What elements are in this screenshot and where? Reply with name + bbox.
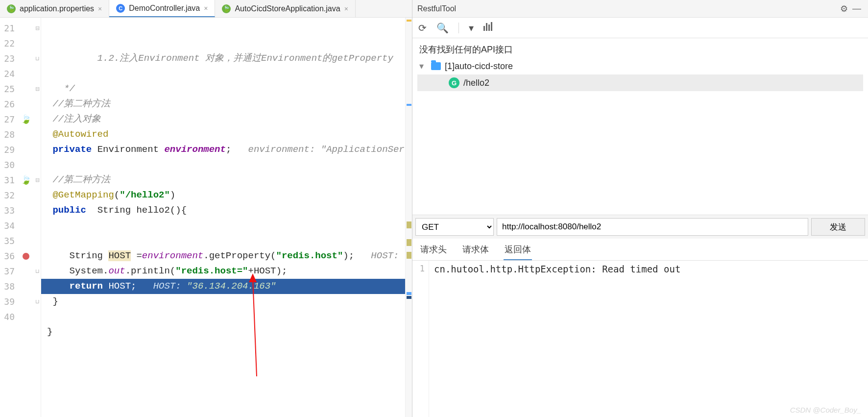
code-line[interactable]: System.out.println("redis.host="+HOST); [47, 264, 412, 279]
fold-handle [34, 279, 41, 294]
line-number-gutter: 2122232425262728293031323334353637383940 [0, 18, 18, 417]
fold-handle[interactable]: ⊟ [34, 172, 41, 188]
breakpoint-icon[interactable] [18, 248, 34, 264]
spring-icon[interactable]: 🍃 [18, 112, 34, 127]
tree-label: /hello2 [463, 78, 489, 88]
gear-icon[interactable]: ⚙ [838, 3, 850, 14]
code-line[interactable] [47, 340, 412, 355]
svg-rect-2 [483, 26, 485, 31]
svg-rect-5 [491, 22, 492, 31]
editor-pane: 🍃application.properties×CDemoController.… [0, 0, 412, 417]
fold-handle [34, 309, 41, 324]
fold-handle [34, 218, 41, 233]
code-line[interactable]: 1.2.注入Environment 对象，并通过Environment的getP… [47, 51, 412, 66]
code-line[interactable]: //注入对象 [47, 112, 412, 127]
fold-handle [34, 203, 41, 218]
chevron-down-icon[interactable]: ▾ [419, 61, 427, 72]
restful-tool-pane: RestfulTool ⚙ — ⟳ 🔍 ▾ 没有找到任何的API接口 ▾[1]a… [412, 0, 868, 417]
code-line[interactable]: */ [47, 81, 412, 97]
url-input[interactable] [497, 218, 808, 236]
code-line[interactable]: } [47, 294, 412, 309]
http-method-badge: G [449, 77, 459, 88]
code-line[interactable]: @GetMapping("/hello2") [47, 188, 412, 203]
api-tree: 没有找到任何的API接口 ▾[1]auto-cicd-storeG/hello2 [412, 38, 868, 215]
code-line[interactable]: } [47, 324, 412, 340]
tree-empty-msg: 没有找到任何的API接口 [417, 41, 863, 58]
svg-rect-3 [486, 23, 487, 31]
fold-handle [34, 248, 41, 264]
separator [458, 23, 459, 33]
tree-folder-row[interactable]: ▾[1]auto-cicd-store [417, 58, 863, 74]
send-button[interactable]: 发送 [811, 218, 865, 236]
icon-gutter: 🍃🍃 [18, 18, 34, 417]
file-type-icon: 🍃 [7, 4, 16, 13]
editor-body: 2122232425262728293031323334353637383940… [0, 18, 412, 417]
close-icon[interactable]: × [204, 4, 208, 12]
spring-run-icon[interactable]: 🍃 [18, 172, 34, 188]
fold-handle[interactable]: ⊟ [34, 21, 41, 36]
fold-handle [34, 36, 41, 51]
code-line[interactable]: @Autowired [47, 127, 412, 142]
code-line[interactable] [47, 218, 412, 233]
fold-handle [34, 112, 41, 127]
fold-gutter: ⊟⊔⊟⊟⊔⊔ [34, 18, 41, 417]
code-line[interactable]: return HOST; HOST: "36.134.204.163" [41, 279, 412, 294]
minimize-icon[interactable]: — [850, 3, 863, 14]
folder-icon [431, 62, 441, 70]
fold-handle [34, 157, 41, 172]
fold-handle[interactable]: ⊔ [34, 264, 41, 279]
fold-handle [34, 127, 41, 142]
code-area[interactable]: 1.2.注入Environment 对象，并通过Environment的getP… [41, 18, 412, 417]
fold-handle[interactable]: ⊔ [34, 294, 41, 309]
tab-label: application.properties [20, 4, 94, 13]
fold-handle[interactable]: ⊔ [34, 51, 41, 66]
fold-handle [34, 66, 41, 81]
editor-tab[interactable]: 🍃application.properties× [0, 0, 109, 17]
stats-icon[interactable] [483, 22, 493, 33]
fold-handle [34, 233, 41, 248]
file-type-icon: C [116, 4, 125, 13]
code-line[interactable]: //第二种方法 [47, 97, 412, 112]
response-body: 1 cn.hutool.http.HttpException: Read tim… [412, 260, 868, 417]
refresh-icon[interactable]: ⟳ [418, 22, 427, 34]
tool-title: RestfulTool [417, 4, 838, 13]
response-line-gutter: 1 [412, 261, 429, 417]
tree-endpoint-row[interactable]: G/hello2 [417, 74, 863, 91]
response-tab[interactable]: 请求头 [419, 242, 448, 260]
code-line[interactable]: private Environment environment; environ… [47, 142, 412, 157]
tab-label: AutoCicdStoreApplication.java [235, 4, 340, 13]
tool-toolbar: ⟳ 🔍 ▾ [412, 18, 868, 38]
minimap[interactable] [405, 18, 412, 417]
close-icon[interactable]: × [344, 5, 348, 13]
method-select[interactable]: GETPOSTPUTDELETEPATCH [415, 218, 494, 236]
svg-rect-4 [488, 25, 490, 31]
code-line[interactable]: String HOST =environment.getProperty("re… [47, 248, 412, 264]
response-tabs: 请求头请求体返回体 [412, 239, 868, 260]
response-tab[interactable]: 请求体 [461, 242, 490, 260]
code-line[interactable] [47, 157, 412, 172]
fold-handle [34, 97, 41, 112]
tree-label: [1]auto-cicd-store [445, 61, 513, 72]
search-icon[interactable]: 🔍 [436, 22, 449, 34]
request-bar: GETPOSTPUTDELETEPATCH 发送 [412, 215, 868, 239]
tab-label: DemoController.java [129, 4, 200, 13]
fold-handle [34, 142, 41, 157]
response-text[interactable]: cn.hutool.http.HttpException: Read timed… [429, 261, 868, 417]
editor-tab[interactable]: CDemoController.java× [109, 0, 215, 17]
file-type-icon: 🍃 [222, 4, 231, 13]
close-icon[interactable]: × [98, 5, 102, 13]
response-tab[interactable]: 返回体 [504, 242, 532, 260]
code-line[interactable]: //第二种方法 [47, 172, 412, 188]
code-line[interactable] [47, 309, 412, 324]
code-line[interactable]: public String hello2(){ [47, 203, 412, 218]
code-line[interactable] [47, 66, 412, 81]
fold-handle[interactable]: ⊟ [34, 81, 41, 97]
editor-tabs: 🍃application.properties×CDemoController.… [0, 0, 412, 18]
filter-icon[interactable]: ▾ [469, 22, 474, 34]
editor-tab[interactable]: 🍃AutoCicdStoreApplication.java× [215, 0, 355, 17]
tool-header: RestfulTool ⚙ — [412, 0, 868, 18]
fold-handle [34, 188, 41, 203]
code-line[interactable] [47, 233, 412, 248]
